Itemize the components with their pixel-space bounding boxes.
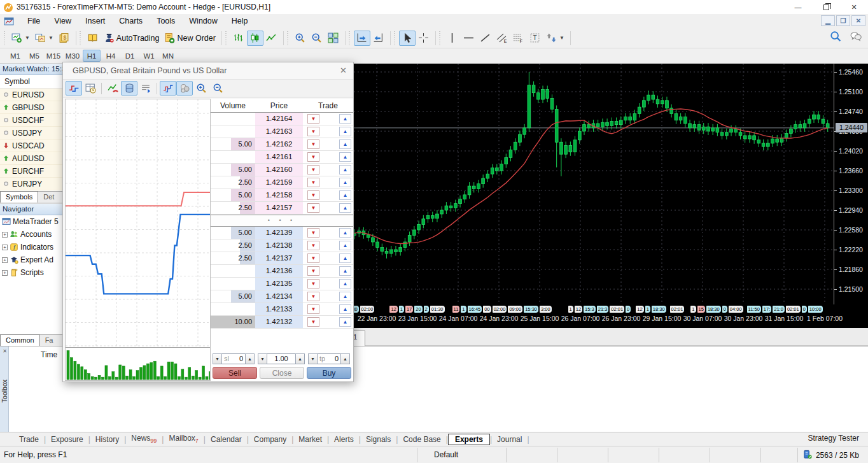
- expand-plus-icon[interactable]: +: [2, 232, 8, 238]
- buy-at-price-icon[interactable]: ▲: [339, 317, 351, 327]
- sell-at-price-icon[interactable]: ▼: [307, 292, 319, 301]
- news-event-tag[interactable]: 01:30: [430, 306, 445, 313]
- sell-at-price-icon[interactable]: ▼: [307, 304, 319, 314]
- arrows-tool-button[interactable]: ▼: [543, 31, 567, 46]
- dom-bid-row[interactable]: 10.001.42132▼▲: [211, 316, 353, 329]
- buy-at-price-icon[interactable]: ▲: [339, 152, 351, 162]
- toolbox-tab-journal[interactable]: Journal: [492, 434, 527, 445]
- sell-at-price-icon[interactable]: ▼: [307, 114, 319, 124]
- toolbox-tab-market[interactable]: Market: [293, 434, 327, 445]
- close-position-button[interactable]: Close: [260, 367, 304, 379]
- news-event-tag[interactable]: 16:45: [468, 306, 482, 313]
- news-event-tag[interactable]: 20: [414, 306, 422, 313]
- expand-plus-icon[interactable]: +: [2, 257, 8, 263]
- sell-at-price-icon[interactable]: ▼: [307, 178, 319, 187]
- market-watch-toggle-button[interactable]: $: [56, 31, 73, 46]
- navigator-item-expert-ad[interactable]: +Expert Ad: [0, 253, 63, 266]
- tp-up-icon[interactable]: ▲: [340, 353, 350, 364]
- news-event-tag[interactable]: 15: [697, 306, 705, 313]
- guru-book-button[interactable]: [85, 31, 101, 46]
- sell-at-price-icon[interactable]: ▼: [307, 241, 319, 250]
- news-event-tag[interactable]: 1: [461, 306, 466, 313]
- gbpusd-depth-dialog[interactable]: GBPUSD, Great Britain Pound vs US Dollar…: [62, 62, 354, 382]
- news-event-tag[interactable]: 09:00: [508, 306, 522, 313]
- news-event-tag[interactable]: 1: [645, 306, 650, 313]
- mdi-close-button[interactable]: ✕: [851, 15, 865, 26]
- candles-chart-button[interactable]: [247, 31, 263, 46]
- search-icon[interactable]: [830, 31, 841, 44]
- timeframe-m30-button[interactable]: M30: [64, 50, 81, 62]
- dom-ask-row[interactable]: 1.42161▼▲: [211, 151, 353, 164]
- toolbox-tab-mailbox[interactable]: Mailbox7: [164, 432, 203, 445]
- toolbox-close-icon[interactable]: ✕: [1, 348, 8, 355]
- dom-bid-row[interactable]: 1.42136▼▲: [211, 265, 353, 278]
- new-chart-button[interactable]: ▼: [9, 31, 32, 46]
- dialog-chart-mode-button[interactable]: [104, 81, 121, 96]
- dialog-orders-mode-button[interactable]: [137, 81, 154, 96]
- dom-ask-row[interactable]: 5.001.42160▼▲: [211, 164, 353, 176]
- toolbox-tab-experts[interactable]: Experts: [448, 434, 490, 445]
- buy-at-price-icon[interactable]: ▲: [339, 165, 351, 175]
- status-profile[interactable]: Default: [434, 450, 458, 459]
- news-event-tag[interactable]: 04:00: [729, 306, 743, 313]
- news-event-tag[interactable]: 02:01: [786, 306, 801, 313]
- dom-ask-row[interactable]: 5.001.42158▼▲: [211, 189, 353, 202]
- dom-bid-row[interactable]: 5.001.42139▼▲: [211, 227, 353, 239]
- chart-shift-button[interactable]: [370, 31, 387, 46]
- news-event-tag[interactable]: 0: [802, 306, 807, 313]
- menu-item-file[interactable]: File: [20, 15, 47, 27]
- timeframe-mn-button[interactable]: MN: [159, 50, 177, 62]
- toolbox-tab-alerts[interactable]: Alerts: [329, 434, 359, 445]
- volume-stepper[interactable]: ▼ 1.00 ▲: [258, 353, 305, 364]
- news-event-tag[interactable]: 10:00: [808, 306, 823, 313]
- news-event-tag[interactable]: 11:50: [747, 306, 761, 313]
- toolbox-tab-news[interactable]: News99: [126, 432, 162, 445]
- crosshair-button[interactable]: [416, 31, 432, 46]
- symbol-row-usdchf[interactable]: USDCHF: [0, 114, 63, 127]
- profiles-button[interactable]: ▼: [32, 31, 56, 46]
- sell-at-price-icon[interactable]: ▼: [307, 228, 319, 238]
- symbol-row-audusd[interactable]: AUDUSD: [0, 152, 63, 165]
- toolbar-grip[interactable]: [287, 31, 290, 45]
- buy-button[interactable]: Buy: [307, 367, 351, 379]
- dom-ask-row[interactable]: 2.501.42157▼▲: [211, 202, 353, 215]
- news-event-tag[interactable]: 02:00: [360, 306, 375, 313]
- news-event-tag[interactable]: 11: [452, 306, 460, 313]
- toolbox-tab-calendar[interactable]: Calendar: [206, 434, 247, 445]
- menu-item-window[interactable]: Window: [182, 15, 224, 27]
- news-event-tag[interactable]: 3:00: [540, 306, 552, 313]
- dropdown-caret-icon[interactable]: ▼: [559, 35, 564, 41]
- dialog-title-bar[interactable]: GBPUSD, Great Britain Pound vs US Dollar…: [63, 62, 353, 79]
- stoploss-stepper[interactable]: ▼ sl0 ▲: [213, 353, 255, 364]
- trend-line-button[interactable]: [477, 31, 494, 46]
- menu-item-insert[interactable]: Insert: [78, 15, 112, 27]
- news-event-tag[interactable]: 0: [626, 306, 631, 313]
- news-event-tag[interactable]: 15:30: [524, 306, 538, 313]
- dom-bid-row[interactable]: 2.501.42138▼▲: [211, 239, 353, 252]
- navigator-item-accounts[interactable]: +Accounts: [0, 228, 63, 241]
- navigator-item-scripts[interactable]: +Scripts: [0, 266, 63, 279]
- navigator-item-metatrader-5[interactable]: MetaTrader 5: [0, 215, 63, 228]
- toolbar-grip[interactable]: [439, 31, 442, 45]
- menu-item-help[interactable]: Help: [225, 15, 255, 27]
- news-event-tag[interactable]: 00: [483, 306, 491, 313]
- toolbar-grip[interactable]: [80, 31, 83, 45]
- tp-down-icon[interactable]: ▼: [308, 353, 318, 364]
- buy-at-price-icon[interactable]: ▲: [339, 253, 351, 263]
- dom-bid-row[interactable]: 1.42135▼▲: [211, 278, 353, 290]
- dom-bid-row[interactable]: 5.001.42134▼▲: [211, 290, 353, 303]
- dialog-tick-chart-button[interactable]: [66, 81, 82, 96]
- navigator-item-indicators[interactable]: +fIndicators: [0, 241, 63, 253]
- dialog-zoom-in-button[interactable]: [193, 81, 209, 96]
- buy-at-price-icon[interactable]: ▲: [339, 228, 351, 238]
- market-watch-tab-symbols[interactable]: Symbols: [0, 191, 38, 203]
- symbol-row-eurchf[interactable]: EURCHF: [0, 165, 63, 178]
- news-event-tag[interactable]: 02:00: [493, 306, 507, 313]
- sell-at-price-icon[interactable]: ▼: [307, 190, 319, 200]
- sl-up-icon[interactable]: ▲: [245, 353, 255, 364]
- toolbox-tab-history[interactable]: History: [90, 434, 124, 445]
- news-event-tag[interactable]: 15:3: [584, 306, 596, 313]
- lot-down-icon[interactable]: ▼: [258, 353, 267, 364]
- menu-item-tools[interactable]: Tools: [150, 15, 182, 27]
- toolbar-grip[interactable]: [225, 31, 228, 45]
